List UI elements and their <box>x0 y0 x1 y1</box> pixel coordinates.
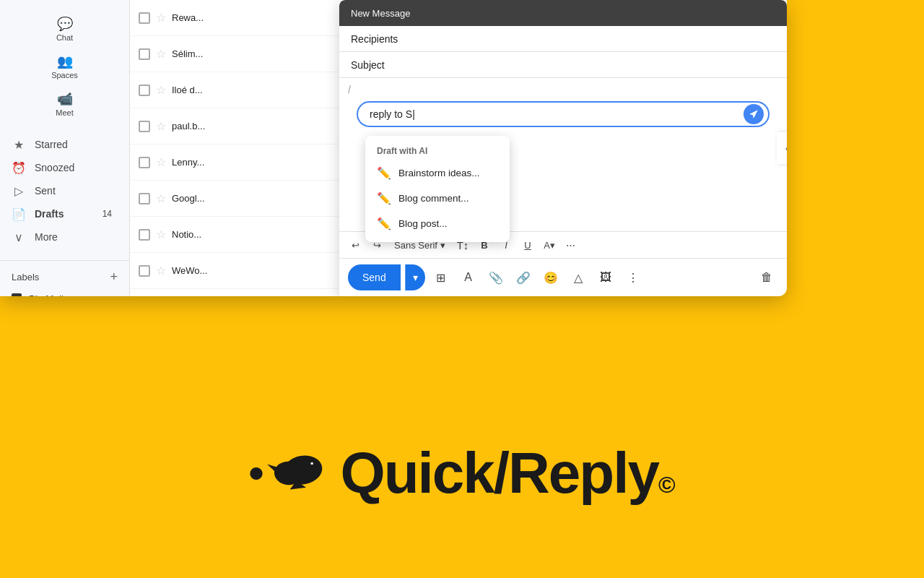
email-sender: Googl... <box>172 193 205 204</box>
email-item[interactable]: ☆ Notio... <box>130 217 367 253</box>
sidebar-starred[interactable]: ★ Starred <box>0 133 123 156</box>
compose-header-title: New Message <box>351 8 410 19</box>
starred-label: Starred <box>35 139 112 150</box>
blog-comment-label: Blog comment... <box>398 193 469 204</box>
compose-bottom-toolbar: Send ▾ ⊞ A 📎 🔗 😊 △ 🖼 ⋮ 🗑 <box>339 259 787 296</box>
star-icon[interactable]: ☆ <box>156 47 166 61</box>
more-options-button[interactable]: ⋮ <box>622 266 645 289</box>
attach-button[interactable]: 📎 <box>484 266 507 289</box>
email-checkbox[interactable] <box>139 85 150 96</box>
brainstorm-option[interactable]: ✏️ Brainstorm ideas... <box>365 160 510 186</box>
chevron-down-icon: ∨ <box>12 230 26 244</box>
email-item[interactable]: ☆ Rewa... <box>130 0 367 36</box>
draft-ai-dropdown: Draft with AI ✏️ Brainstorm ideas... ✏️ … <box>365 136 510 242</box>
sidebar-spaces-label: Spaces <box>51 71 78 79</box>
spaces-icon: 👥 <box>57 53 73 69</box>
email-list: ☆ Rewa... ☆ Sélim... ☆ Iloé d... ☆ paul.… <box>130 0 368 296</box>
sidebar-chat-label: Chat <box>56 33 73 42</box>
delete-draft-button[interactable]: 🗑 <box>755 266 778 289</box>
more-menu-label: More <box>35 231 112 243</box>
brand-dot: • <box>249 452 264 495</box>
email-item[interactable]: ☆ paul.b... <box>130 108 367 144</box>
star-icon[interactable]: ☆ <box>156 83 166 97</box>
sidebar: 💬 Chat 👥 Spaces 📹 Meet ★ Starred ⏰ Snooz… <box>0 0 130 296</box>
add-label-button[interactable]: + <box>110 269 118 285</box>
sidebar-snoozed[interactable]: ⏰ Snoozed <box>0 156 123 179</box>
send-dropdown-button[interactable]: ▾ <box>405 264 425 290</box>
brand-copyright: © <box>658 473 676 496</box>
sidebar-sent[interactable]: ▷ Sent <box>0 179 123 202</box>
email-checkbox[interactable] <box>139 48 150 60</box>
email-sender: Notio... <box>172 229 201 240</box>
grid-icon-button[interactable]: ⊞ <box>430 266 453 289</box>
star-icon[interactable]: ☆ <box>156 119 166 133</box>
photo-button[interactable]: 🖼 <box>594 266 617 289</box>
star-icon[interactable]: ☆ <box>156 264 166 277</box>
snoozed-icon: ⏰ <box>12 161 26 175</box>
compose-header: New Message <box>339 0 787 26</box>
email-sender: Rewa... <box>172 12 204 23</box>
recipients-field[interactable]: Recipients <box>339 26 787 52</box>
sidebar-item-chat[interactable]: 💬 Chat <box>39 12 91 46</box>
compose-body[interactable]: / Draft with AI ✏️ Brainstorm ideas... <box>339 78 787 231</box>
email-sender: paul.b... <box>172 121 205 131</box>
email-item[interactable]: ☆ Sélim... <box>130 36 367 72</box>
drafts-label: Drafts <box>35 208 94 220</box>
email-sender: Sélim... <box>172 48 203 59</box>
email-item[interactable]: ☆ WeWo... <box>130 289 367 296</box>
brand-logo: • <box>249 441 329 506</box>
drafts-icon: 📄 <box>12 207 26 221</box>
more-formatting-button[interactable]: ⋯ <box>561 235 581 255</box>
ai-send-button[interactable] <box>744 104 764 124</box>
ai-input[interactable] <box>357 101 770 127</box>
draft-ai-header: Draft with AI <box>365 142 510 160</box>
drive-button[interactable]: △ <box>567 266 590 289</box>
blog-comment-option[interactable]: ✏️ Blog comment... <box>365 186 510 211</box>
sent-label: Sent <box>35 185 112 197</box>
send-button[interactable]: Send <box>348 264 401 290</box>
collapse-chevron-icon: ‹ <box>785 142 787 154</box>
star-icon: ★ <box>12 138 26 152</box>
recipients-label: Recipients <box>351 33 398 45</box>
gmail-ui: 💬 Chat 👥 Spaces 📹 Meet ★ Starred ⏰ Snooz… <box>0 0 787 296</box>
subject-field[interactable]: Subject <box>339 52 787 78</box>
text-color-button[interactable]: A <box>457 266 480 289</box>
star-icon[interactable]: ☆ <box>156 228 166 241</box>
label-bigmail[interactable]: Big Mail <box>0 288 129 296</box>
labels-title: Labels <box>12 272 39 282</box>
meet-icon: 📹 <box>57 91 73 107</box>
underline-button[interactable]: U <box>518 235 538 255</box>
star-icon[interactable]: ☆ <box>156 191 166 205</box>
star-icon[interactable]: ☆ <box>156 11 166 25</box>
email-item[interactable]: ☆ WeWo... <box>130 253 367 289</box>
sidebar-more-menu[interactable]: ∨ More <box>0 225 123 249</box>
email-checkbox[interactable] <box>139 265 150 277</box>
email-item[interactable]: ☆ Iloé d... <box>130 72 367 108</box>
email-sender: WeWo... <box>172 265 207 276</box>
bigmail-label: Big Mail <box>29 293 64 297</box>
sidebar-drafts[interactable]: 📄 Drafts 14 <box>0 202 123 225</box>
email-item[interactable]: ☆ Googl... <box>130 181 367 217</box>
email-checkbox[interactable] <box>139 193 150 204</box>
sidebar-item-spaces[interactable]: 👥 Spaces <box>39 49 91 84</box>
font-color-button[interactable]: A▾ <box>539 235 559 255</box>
star-icon[interactable]: ☆ <box>156 155 166 169</box>
email-checkbox[interactable] <box>139 12 150 24</box>
subject-label: Subject <box>351 59 385 71</box>
ai-pencil-icon: ✏️ <box>377 166 391 180</box>
blog-post-option[interactable]: ✏️ Blog post... <box>365 211 510 236</box>
email-checkbox[interactable] <box>139 229 150 241</box>
sidebar-item-meet[interactable]: 📹 Meet <box>39 87 91 121</box>
brand-bird-icon <box>264 441 329 506</box>
bigmail-dot <box>12 293 22 296</box>
brand-text: Quick/Reply <box>341 444 658 502</box>
collapse-button[interactable]: ‹ <box>777 132 787 164</box>
link-button[interactable]: 🔗 <box>512 266 535 289</box>
email-item[interactable]: ☆ Lenny... <box>130 144 367 181</box>
undo-button[interactable]: ↩ <box>345 235 365 255</box>
emoji-button[interactable]: 😊 <box>539 266 562 289</box>
email-checkbox[interactable] <box>139 121 150 132</box>
email-checkbox[interactable] <box>139 157 150 168</box>
compose-window: New Message Recipients Subject / <box>339 0 787 296</box>
sidebar-divider <box>0 260 129 261</box>
